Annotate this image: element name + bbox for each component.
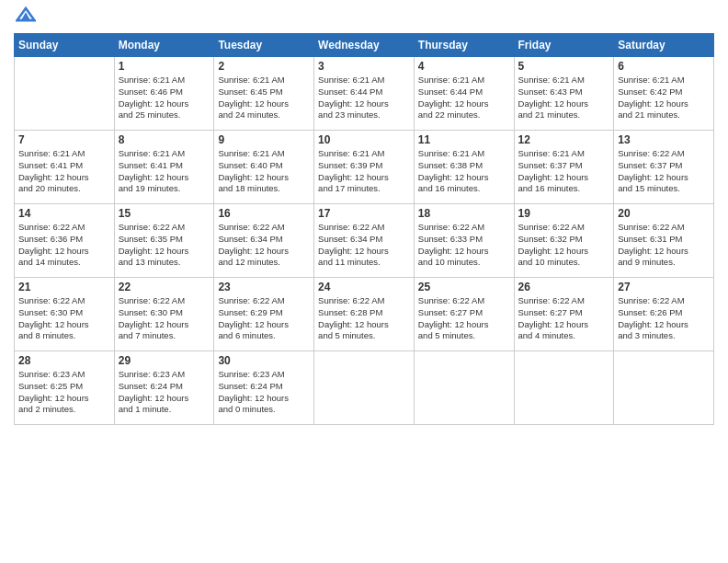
calendar-cell: 15Sunrise: 6:22 AMSunset: 6:35 PMDayligh… (114, 204, 214, 278)
calendar-cell: 20Sunrise: 6:22 AMSunset: 6:31 PMDayligh… (614, 204, 714, 278)
weekday-header-thursday: Thursday (414, 34, 514, 57)
day-info: Sunrise: 6:22 AMSunset: 6:35 PMDaylight:… (119, 222, 210, 269)
day-number: 30 (218, 354, 310, 367)
calendar-cell: 22Sunrise: 6:22 AMSunset: 6:30 PMDayligh… (114, 278, 214, 351)
day-info: Sunrise: 6:23 AMSunset: 6:24 PMDaylight:… (119, 369, 210, 416)
day-info: Sunrise: 6:22 AMSunset: 6:29 PMDaylight:… (218, 295, 310, 342)
day-number: 4 (418, 60, 510, 73)
calendar-cell: 13Sunrise: 6:22 AMSunset: 6:37 PMDayligh… (614, 131, 714, 204)
day-info: Sunrise: 6:21 AMSunset: 6:39 PMDaylight:… (318, 148, 410, 195)
weekday-header-monday: Monday (114, 34, 214, 57)
day-info: Sunrise: 6:21 AMSunset: 6:41 PMDaylight:… (119, 148, 210, 195)
day-number: 13 (618, 133, 710, 146)
day-info: Sunrise: 6:21 AMSunset: 6:37 PMDaylight:… (518, 148, 610, 195)
calendar-cell (514, 351, 614, 425)
logo-icon (16, 6, 36, 26)
calendar-week-4: 21Sunrise: 6:22 AMSunset: 6:30 PMDayligh… (15, 278, 714, 351)
calendar-cell: 23Sunrise: 6:22 AMSunset: 6:29 PMDayligh… (214, 278, 314, 351)
day-number: 18 (418, 207, 510, 220)
day-info: Sunrise: 6:22 AMSunset: 6:30 PMDaylight:… (18, 295, 110, 342)
calendar-cell: 29Sunrise: 6:23 AMSunset: 6:24 PMDayligh… (114, 351, 214, 425)
day-info: Sunrise: 6:21 AMSunset: 6:41 PMDaylight:… (18, 148, 110, 195)
calendar-cell: 10Sunrise: 6:21 AMSunset: 6:39 PMDayligh… (314, 131, 415, 204)
calendar-cell: 30Sunrise: 6:23 AMSunset: 6:24 PMDayligh… (214, 351, 314, 425)
day-number: 27 (618, 281, 710, 293)
calendar-cell: 25Sunrise: 6:22 AMSunset: 6:27 PMDayligh… (414, 278, 514, 351)
calendar-cell: 6Sunrise: 6:21 AMSunset: 6:42 PMDaylight… (614, 57, 714, 131)
day-number: 11 (418, 133, 510, 146)
day-number: 14 (18, 207, 110, 220)
calendar-cell: 7Sunrise: 6:21 AMSunset: 6:41 PMDaylight… (15, 131, 115, 204)
logo (14, 9, 38, 26)
day-info: Sunrise: 6:22 AMSunset: 6:27 PMDaylight:… (418, 295, 510, 342)
day-number: 15 (119, 207, 210, 220)
day-info: Sunrise: 6:22 AMSunset: 6:34 PMDaylight:… (318, 222, 410, 269)
day-number: 1 (119, 60, 210, 73)
day-number: 21 (18, 281, 110, 293)
day-number: 12 (518, 133, 610, 146)
calendar-cell: 12Sunrise: 6:21 AMSunset: 6:37 PMDayligh… (514, 131, 614, 204)
calendar-cell: 19Sunrise: 6:22 AMSunset: 6:32 PMDayligh… (514, 204, 614, 278)
calendar-week-5: 28Sunrise: 6:23 AMSunset: 6:25 PMDayligh… (15, 351, 714, 425)
weekday-header-tuesday: Tuesday (214, 34, 314, 57)
day-number: 6 (618, 60, 710, 73)
day-number: 22 (119, 281, 210, 293)
day-number: 2 (218, 60, 310, 73)
day-number: 17 (318, 207, 410, 220)
header (14, 9, 714, 26)
day-info: Sunrise: 6:21 AMSunset: 6:44 PMDaylight:… (418, 75, 510, 121)
day-info: Sunrise: 6:21 AMSunset: 6:46 PMDaylight:… (119, 75, 210, 121)
calendar-cell: 17Sunrise: 6:22 AMSunset: 6:34 PMDayligh… (314, 204, 415, 278)
day-info: Sunrise: 6:21 AMSunset: 6:44 PMDaylight:… (318, 75, 410, 121)
calendar-cell: 5Sunrise: 6:21 AMSunset: 6:43 PMDaylight… (514, 57, 614, 131)
day-info: Sunrise: 6:21 AMSunset: 6:40 PMDaylight:… (218, 148, 310, 195)
day-number: 3 (318, 60, 410, 73)
weekday-header-wednesday: Wednesday (314, 34, 415, 57)
day-number: 26 (518, 281, 610, 293)
day-number: 10 (318, 133, 410, 146)
calendar-cell: 4Sunrise: 6:21 AMSunset: 6:44 PMDaylight… (414, 57, 514, 131)
calendar-cell (314, 351, 415, 425)
calendar-cell: 27Sunrise: 6:22 AMSunset: 6:26 PMDayligh… (614, 278, 714, 351)
calendar-week-3: 14Sunrise: 6:22 AMSunset: 6:36 PMDayligh… (15, 204, 714, 278)
calendar-cell (414, 351, 514, 425)
day-info: Sunrise: 6:21 AMSunset: 6:38 PMDaylight:… (418, 148, 510, 195)
calendar-cell: 11Sunrise: 6:21 AMSunset: 6:38 PMDayligh… (414, 131, 514, 204)
day-info: Sunrise: 6:22 AMSunset: 6:34 PMDaylight:… (218, 222, 310, 269)
weekday-header-saturday: Saturday (614, 34, 714, 57)
day-number: 24 (318, 281, 410, 293)
day-number: 19 (518, 207, 610, 220)
calendar-cell: 3Sunrise: 6:21 AMSunset: 6:44 PMDaylight… (314, 57, 415, 131)
day-number: 5 (518, 60, 610, 73)
calendar-cell (15, 57, 115, 131)
calendar-table: SundayMondayTuesdayWednesdayThursdayFrid… (14, 33, 714, 425)
calendar-cell: 16Sunrise: 6:22 AMSunset: 6:34 PMDayligh… (214, 204, 314, 278)
day-info: Sunrise: 6:22 AMSunset: 6:31 PMDaylight:… (618, 222, 710, 269)
day-info: Sunrise: 6:22 AMSunset: 6:27 PMDaylight:… (518, 295, 610, 342)
weekday-header-friday: Friday (514, 34, 614, 57)
day-number: 7 (18, 133, 110, 146)
day-info: Sunrise: 6:21 AMSunset: 6:43 PMDaylight:… (518, 75, 610, 121)
calendar-cell: 8Sunrise: 6:21 AMSunset: 6:41 PMDaylight… (114, 131, 214, 204)
day-info: Sunrise: 6:22 AMSunset: 6:28 PMDaylight:… (318, 295, 410, 342)
day-number: 9 (218, 133, 310, 146)
calendar-cell: 2Sunrise: 6:21 AMSunset: 6:45 PMDaylight… (214, 57, 314, 131)
weekday-header-sunday: Sunday (15, 34, 115, 57)
day-number: 20 (618, 207, 710, 220)
weekday-header-row: SundayMondayTuesdayWednesdayThursdayFrid… (15, 34, 714, 57)
day-info: Sunrise: 6:22 AMSunset: 6:26 PMDaylight:… (618, 295, 710, 342)
calendar-cell: 1Sunrise: 6:21 AMSunset: 6:46 PMDaylight… (114, 57, 214, 131)
day-number: 8 (119, 133, 210, 146)
day-info: Sunrise: 6:22 AMSunset: 6:32 PMDaylight:… (518, 222, 610, 269)
calendar-cell: 9Sunrise: 6:21 AMSunset: 6:40 PMDaylight… (214, 131, 314, 204)
day-info: Sunrise: 6:21 AMSunset: 6:42 PMDaylight:… (618, 75, 710, 121)
day-info: Sunrise: 6:22 AMSunset: 6:36 PMDaylight:… (18, 222, 110, 269)
calendar-week-1: 1Sunrise: 6:21 AMSunset: 6:46 PMDaylight… (15, 57, 714, 131)
calendar-cell: 21Sunrise: 6:22 AMSunset: 6:30 PMDayligh… (15, 278, 115, 351)
day-number: 28 (18, 354, 110, 367)
day-number: 23 (218, 281, 310, 293)
day-info: Sunrise: 6:23 AMSunset: 6:24 PMDaylight:… (218, 369, 310, 416)
calendar-cell: 26Sunrise: 6:22 AMSunset: 6:27 PMDayligh… (514, 278, 614, 351)
day-number: 16 (218, 207, 310, 220)
day-info: Sunrise: 6:23 AMSunset: 6:25 PMDaylight:… (18, 369, 110, 416)
